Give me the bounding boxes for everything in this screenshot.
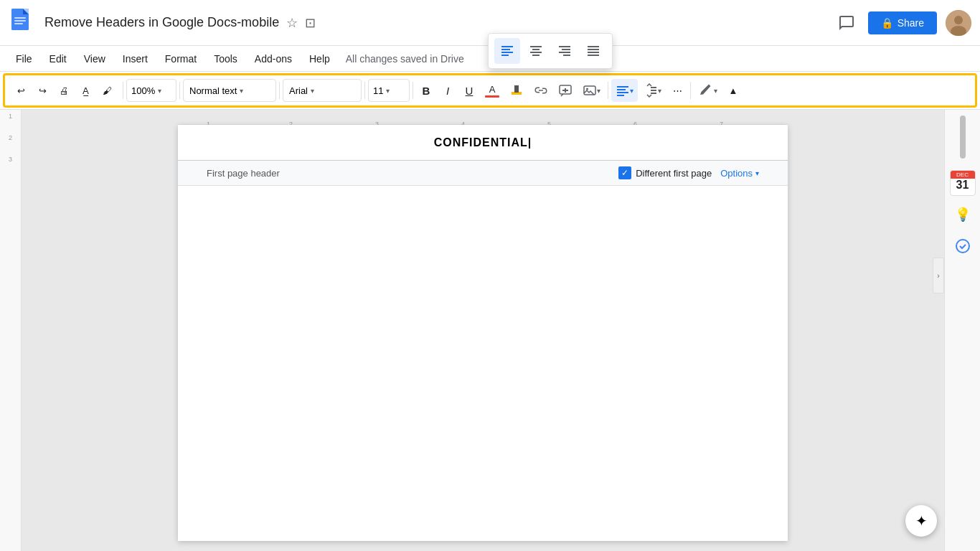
checkbox-checkmark-icon: ✓ <box>618 166 631 179</box>
menu-view[interactable]: View <box>77 50 113 67</box>
svg-rect-27 <box>501 49 510 50</box>
toolbar-separator-3 <box>279 82 280 99</box>
zoom-value: 100% <box>131 85 155 96</box>
header-text[interactable]: CONFIDENTIAL| <box>207 131 759 155</box>
spacing-chevron-icon: ▾ <box>658 87 661 95</box>
menu-insert[interactable]: Insert <box>116 50 155 67</box>
ruler-num-3: 3 <box>9 156 12 163</box>
comment-icon[interactable] <box>834 10 859 36</box>
zoom-select[interactable]: 100% ▾ <box>126 79 176 102</box>
toolbar-separator-5 <box>413 82 413 99</box>
svg-rect-40 <box>588 52 599 53</box>
insert-image-button[interactable]: ▾ <box>578 79 605 102</box>
line-spacing-button[interactable]: ▾ <box>639 79 666 102</box>
align-justify-option[interactable] <box>580 38 606 64</box>
options-chevron-icon: ▾ <box>755 169 759 177</box>
menu-file[interactable]: File <box>9 50 39 67</box>
underline-button[interactable]: U <box>459 79 479 102</box>
italic-button[interactable]: I <box>438 79 458 102</box>
text-color-display: A <box>485 84 499 98</box>
folder-icon[interactable]: ⊡ <box>305 15 316 31</box>
expand-toolbar-button[interactable]: ▲ <box>723 79 743 102</box>
font-size-label: 11 <box>373 85 383 96</box>
svg-rect-41 <box>588 55 599 56</box>
alignment-dropdown <box>488 33 613 69</box>
calendar-month: DEC <box>951 171 975 179</box>
right-sidebar: DEC 31 💡 › <box>944 110 980 551</box>
suggestions-icon[interactable]: 💡 <box>950 202 976 227</box>
ai-assist-button[interactable]: ✦ <box>905 505 937 537</box>
pen-chevron-icon: ▾ <box>714 87 717 95</box>
link-button[interactable] <box>529 79 552 102</box>
tasks-icon[interactable] <box>950 233 976 259</box>
align-button[interactable]: ▾ <box>611 79 638 102</box>
redo-button[interactable]: ↪ <box>32 79 52 102</box>
menu-format[interactable]: Format <box>158 50 204 67</box>
top-right-actions: 🔒 Share <box>834 10 971 36</box>
text-style-select[interactable]: Normal text ▾ <box>183 79 276 102</box>
star-icon[interactable]: ☆ <box>286 15 298 31</box>
toolbar-separator-4 <box>364 82 365 99</box>
expand-panel-button[interactable]: › <box>933 258 944 293</box>
toolbar-separator-7 <box>690 82 691 99</box>
different-first-page-label: Different first page <box>636 168 712 179</box>
different-first-page-checkbox[interactable]: ✓ Different first page <box>618 166 712 179</box>
svg-rect-30 <box>530 46 542 47</box>
print-button[interactable]: 🖨 <box>54 79 74 102</box>
autosave-status: All changes saved in Drive <box>346 53 464 65</box>
text-color-indicator <box>485 95 499 98</box>
formatting-toolbar: ↩ ↪ 🖨 A̲ 🖌 100% ▾ Normal text ▾ Arial ▾ … <box>3 73 977 108</box>
svg-rect-19 <box>617 86 628 88</box>
svg-rect-4 <box>14 17 26 19</box>
add-comment-button[interactable] <box>554 79 577 102</box>
bold-button[interactable]: B <box>416 79 436 102</box>
svg-rect-31 <box>532 49 540 50</box>
highlight-button[interactable] <box>505 79 528 102</box>
menu-edit[interactable]: Edit <box>42 50 74 67</box>
share-lock-icon: 🔒 <box>881 17 893 29</box>
pen-button[interactable]: ▾ <box>694 79 722 102</box>
svg-rect-12 <box>512 93 522 95</box>
menu-addons[interactable]: Add-ons <box>248 50 299 67</box>
spell-check-button[interactable]: A̲ <box>75 79 95 102</box>
user-avatar[interactable] <box>946 10 971 36</box>
document-header-section[interactable]: CONFIDENTIAL| <box>178 125 788 161</box>
expand-arrow-icon: › <box>937 272 939 280</box>
left-ruler: 1 2 3 <box>0 110 22 551</box>
svg-rect-37 <box>563 55 570 56</box>
svg-rect-13 <box>539 90 543 91</box>
undo-button[interactable]: ↩ <box>11 79 31 102</box>
align-center-option[interactable] <box>523 38 549 64</box>
svg-point-18 <box>586 88 588 90</box>
document-title-area: Remove Headers in Google Docs-mobile ☆ ⊡ <box>44 15 834 31</box>
size-chevron-icon: ▾ <box>386 87 390 95</box>
share-button[interactable]: 🔒 Share <box>868 11 937 34</box>
link-icon <box>534 83 548 98</box>
first-page-header-bar: First page header ✓ Different first page… <box>178 161 788 186</box>
menu-tools[interactable]: Tools <box>207 50 245 67</box>
svg-rect-21 <box>617 92 628 93</box>
align-left-option[interactable] <box>494 38 520 64</box>
calendar-widget[interactable]: DEC 31 <box>950 170 976 196</box>
svg-rect-20 <box>617 89 626 90</box>
image-chevron-icon: ▾ <box>597 87 600 95</box>
line-spacing-icon <box>644 83 658 98</box>
svg-rect-36 <box>559 52 570 53</box>
font-family-select[interactable]: Arial ▾ <box>283 79 362 102</box>
toolbar-wrapper: ↩ ↪ 🖨 A̲ 🖌 100% ▾ Normal text ▾ Arial ▾ … <box>0 72 980 110</box>
font-size-select[interactable]: 11 ▾ <box>368 79 410 102</box>
main-area: 1 2 3 1 2 3 4 5 6 7 CONFIDENTIAL| First … <box>0 110 980 551</box>
doc-icon <box>9 7 37 39</box>
svg-rect-25 <box>651 93 656 94</box>
toolbar-separator-2 <box>179 82 180 99</box>
document-area: 1 2 3 4 5 6 7 CONFIDENTIAL| First page h… <box>22 110 944 551</box>
paint-format-button[interactable]: 🖌 <box>97 79 117 102</box>
more-options-button[interactable]: ⋯ <box>667 79 687 102</box>
align-right-option[interactable] <box>552 38 578 64</box>
scrollbar-thumb[interactable] <box>960 116 966 159</box>
text-color-button[interactable]: A <box>481 79 504 102</box>
header-options-button[interactable]: Options ▾ <box>720 168 759 179</box>
svg-rect-38 <box>588 46 599 47</box>
menu-help[interactable]: Help <box>302 50 337 67</box>
align-chevron-icon: ▾ <box>630 87 633 95</box>
